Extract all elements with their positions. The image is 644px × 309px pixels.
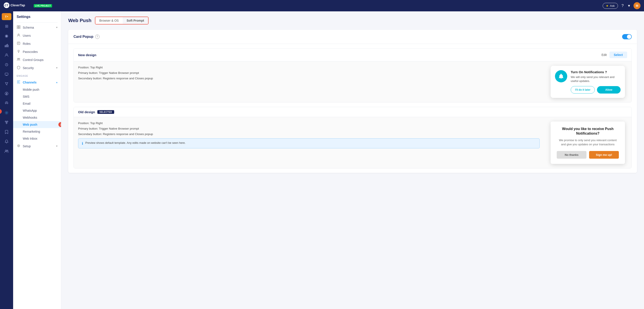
sidebar-item-schema[interactable]: Schema ▾ [13,23,61,31]
control-groups-icon [16,58,20,62]
notif-content: Turn On Notifications ? We will only sen… [571,70,620,93]
users-label: Users [23,34,31,37]
sidebar-icon-retention[interactable] [2,60,12,69]
old-design-details: Position: Top Right Primary button: Trig… [74,117,544,168]
sidebar-item-security[interactable]: Security ▾ [13,64,61,72]
notif-buttons: I'll do it later Allow [571,86,620,93]
sidebar-item-roles[interactable]: Roles [13,39,61,48]
passcodes-label: Passcodes [23,50,38,53]
help-icon[interactable]: ? [95,34,100,39]
sidebar-icon-segments[interactable] [2,51,12,59]
help-icon-button[interactable]: ? [620,2,624,9]
sidebar-sub-webhooks[interactable]: Webhooks [13,114,61,121]
dropdown-icon-button[interactable]: ▾ [627,2,631,9]
ask-button[interactable]: ★ Ask [603,3,618,9]
svg-rect-17 [19,25,20,27]
setup-icon [16,144,20,148]
svg-point-23 [18,58,18,59]
old-design-secondary-btn: Secondary button: Registers response and… [78,132,540,136]
card-popup-title-row: Card Popup ? [74,34,100,39]
new-design-card: New design Edit Select Position: Top Rig… [74,48,632,102]
channels-icon [16,80,20,84]
sidebar-icon-bookmarks[interactable] [2,128,12,136]
new-design-name: New design [78,53,96,57]
old-notif-no-button[interactable]: No thanks [557,151,586,159]
notif-title: Turn On Notifications ? [571,70,620,74]
svg-point-25 [18,145,19,146]
svg-point-20 [18,34,19,35]
sidebar-icon-settings[interactable]: 1 [2,108,12,117]
org-selector[interactable]: T ▾ [2,13,12,20]
sidebar-icon-activity[interactable]: ◉ [2,31,12,40]
notif-later-button[interactable]: I'll do it later [571,86,595,93]
sidebar-icon-support[interactable] [2,99,12,107]
page-title: Web Push [68,18,92,23]
channels-label: Channels [23,81,36,84]
sidebar-sub-mobile-push[interactable]: Mobile push [13,86,61,93]
sidebar-icon-revenue[interactable] [2,89,12,98]
users-icon [16,33,20,37]
sidebar-sub-sms[interactable]: SMS [13,93,61,100]
sidebar-icon-alerts[interactable] [2,137,12,146]
card-popup-header: Card Popup ? [68,30,637,44]
content-area: Web Push Browser & OS Soft Prompt Card P… [61,11,644,309]
sidebar-icon-integrations[interactable] [2,118,12,127]
notif-allow-button[interactable]: Allow [597,86,620,93]
step2-badge: 2 [58,122,61,127]
schema-label: Schema [23,26,34,29]
new-design-body: Position: Top Right Primary button: Trig… [74,61,632,102]
sidebar-sub-remarketing[interactable]: Remarketing [13,128,61,135]
notif-subtitle: We will only send you relevant and usefu… [571,75,620,83]
logo-text: CT CleverTap [4,2,32,9]
sidebar-icon-funnel[interactable] [2,79,12,88]
roles-icon [16,41,20,46]
sidebar-item-control-groups[interactable]: Control Groups [13,56,61,64]
card-popup-toggle[interactable] [622,34,632,39]
sidebar-item-channels[interactable]: Channels ▴ [13,78,61,86]
old-notif-yes-button[interactable]: Sign me up! [589,151,619,159]
sidebar-item-setup[interactable]: Setup ▾ [13,142,61,150]
sidebar-icon-analytics[interactable] [2,41,12,50]
svg-point-15 [7,150,8,151]
sidebar-sub-web-inbox[interactable]: Web Inbox [13,135,61,142]
old-design-position: Position: Top Right [78,121,540,125]
card-popup-container: Card Popup ? New design Edit Select [68,30,637,173]
svg-rect-8 [5,73,8,75]
live-badge: LIVE PROJECT [34,4,52,7]
step1-badge: 1 [0,109,2,114]
old-design-card-header: Old design SELECTED [74,107,632,117]
svg-text:CT: CT [4,4,8,7]
sidebar-sub-web-push[interactable]: Web push 2 [13,121,61,128]
old-notif-subtitle: We promise to only send you relevant con… [557,138,619,147]
new-design-select-button[interactable]: Select [610,51,627,58]
sidebar-item-passcodes[interactable]: Passcodes [13,48,61,56]
user-avatar[interactable]: M [634,2,640,9]
roles-label: Roles [23,42,30,45]
logo-area: CT CleverTap LIVE PROJECT [4,2,52,9]
sidebar-item-users[interactable]: Users [13,31,61,39]
new-design-edit-link[interactable]: Edit [602,53,607,57]
sidebar-icon-messages[interactable] [2,70,12,79]
info-text: Preview shows default template. Any edit… [85,141,186,144]
sidebar-icon-team[interactable] [2,147,12,156]
notif-icon-circle [555,70,567,82]
svg-point-11 [5,121,6,122]
tab-browser-os[interactable]: Browser & OS [96,17,123,24]
svg-text:CleverTap: CleverTap [10,3,25,7]
new-design-popup-preview: Turn On Notifications ? We will only sen… [550,66,625,98]
svg-rect-18 [17,27,18,29]
setup-label: Setup [23,144,31,148]
security-label: Security [23,66,34,70]
sidebar-icon-dashboard[interactable]: ⊞ [2,22,12,30]
new-design-actions: Edit Select [602,51,627,58]
tab-soft-prompt[interactable]: Soft Prompt [123,17,148,24]
schema-icon [16,25,20,29]
passcodes-icon [16,50,20,54]
old-design-popup-preview: Would you like to receive Push Notificat… [550,121,625,164]
control-groups-label: Control Groups [23,58,44,62]
card-popup-title: Card Popup [74,35,94,39]
sidebar-sub-whatsapp[interactable]: WhatsApp [13,107,61,114]
new-design-secondary-btn: Secondary button: Registers response and… [78,77,540,80]
old-design-info-banner: ℹ Preview shows default template. Any ed… [78,138,540,148]
sidebar-sub-email[interactable]: Email [13,100,61,107]
